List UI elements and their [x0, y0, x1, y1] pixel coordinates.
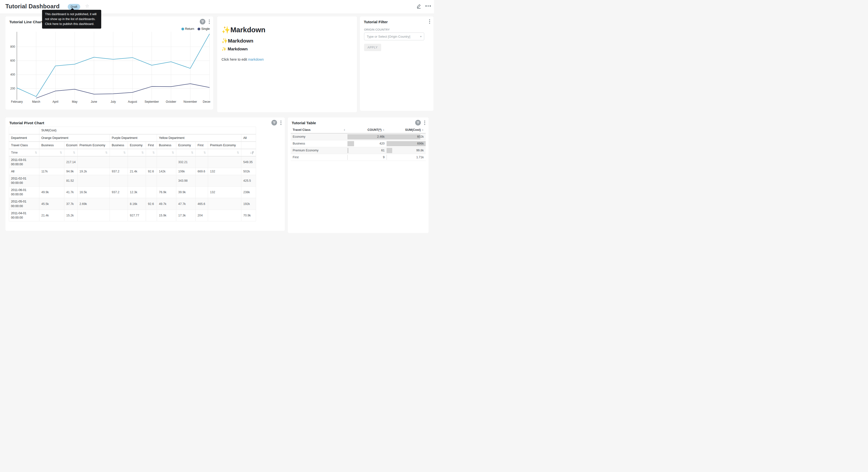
pivot-cell: 549.35: [241, 156, 256, 168]
x-axis-label: August: [128, 100, 137, 104]
table-row[interactable]: First91.71k: [291, 154, 426, 161]
pivot-cell: 669.6: [196, 168, 208, 175]
chart-menu-icon[interactable]: [429, 19, 431, 24]
column-header-inner: Travel Class⇕: [293, 128, 345, 131]
applied-filters-icon[interactable]: [415, 120, 421, 125]
pivot-sortcell: ⇅: [159, 151, 174, 154]
pivot-class-row: Travel ClassBusinessEconomyPremium Econo…: [9, 142, 256, 149]
panel-title: Tutorial Line Chart: [9, 20, 43, 24]
table-row[interactable]: Premium Economy6199.8k: [291, 147, 426, 154]
origin-country-select[interactable]: Type or Select [Origin Country] ▾: [364, 32, 424, 40]
pivot-row-label: 2011-06-01 00:00:00: [9, 186, 39, 198]
sort-icon[interactable]: ⇅: [105, 151, 107, 154]
pivot-sortcell: ⇅: [41, 151, 62, 154]
sort-descending-icon[interactable]: ↓: [243, 151, 254, 154]
pivot-sort-row: Time⇅⇅⇅⇅⇅⇅⇅⇅⇅⇅⇅↓: [9, 149, 256, 156]
x-axis-label: September: [145, 100, 159, 104]
cell-travel-class: Premium Economy: [291, 147, 347, 154]
cell-count: 61: [347, 147, 386, 154]
pivot-sortcell: ⇅: [112, 151, 126, 154]
pivot-cell: [196, 156, 208, 168]
table-row[interactable]: Economy2.46k602k: [291, 133, 426, 140]
cell-sum: 1.71k: [386, 154, 426, 161]
sort-icon[interactable]: ⇅: [73, 151, 75, 154]
pivot-group-header: All: [241, 134, 256, 142]
pivot-class-header: Economy: [176, 142, 196, 149]
series-line-single[interactable]: [36, 84, 210, 98]
legend-dot: [197, 28, 200, 30]
table-panel: Tutorial Table Travel Class⇕COUNT(*)⇕SUM…: [288, 117, 429, 233]
chart-menu-icon[interactable]: [280, 120, 282, 125]
pivot-dim-label: Travel Class: [9, 142, 39, 149]
y-axis-label: 600: [10, 59, 15, 62]
chart-menu-icon[interactable]: [208, 19, 210, 25]
favorite-star-icon[interactable]: ☆: [85, 3, 89, 9]
pivot-row: 2011-03-01 00:00:00217.14332.21549.35: [9, 156, 256, 168]
sort-icon[interactable]: ⇅: [141, 151, 144, 154]
line-chart[interactable]: FebruaryMarchAprilMayJuneJulyAugustSepte…: [7, 30, 210, 109]
pivot-class-header: Premium Economy: [78, 142, 110, 149]
sort-icon[interactable]: ⇅: [172, 151, 174, 154]
pivot-row-label: All: [9, 168, 39, 175]
cell-bar: [347, 141, 354, 146]
pivot-class-header: Business: [157, 142, 176, 149]
pivot-cell: 45.5k: [39, 198, 64, 210]
sort-icon[interactable]: ⇕: [343, 129, 345, 131]
pivot-time-header: Time⇅: [9, 149, 39, 156]
sort-icon[interactable]: ⇅: [237, 151, 239, 154]
sort-icon[interactable]: ⇅: [191, 151, 193, 154]
sort-icon[interactable]: ⇅: [35, 151, 37, 154]
pivot-table-grid: SUM(Cost)DepartmentOrange DepartmentPurp…: [9, 127, 256, 221]
cell-value: 99.8k: [416, 149, 424, 152]
edit-dashboard-icon[interactable]: [416, 3, 422, 9]
cell-value: 9: [383, 155, 384, 159]
travel-class-table: Travel Class⇕COUNT(*)⇕SUM(Cost)⇕Economy2…: [291, 127, 426, 161]
pivot-dim-label: Department: [9, 134, 39, 142]
cell-bar: [386, 148, 392, 153]
sort-icon[interactable]: ⇕: [383, 129, 384, 131]
pivot-cell: 192k: [241, 198, 256, 210]
column-header-travel-class[interactable]: Travel Class⇕: [291, 127, 347, 133]
pivot-cell: [39, 175, 64, 186]
pivot-cell: [146, 186, 157, 198]
pivot-sort-cell: ⇅: [78, 149, 110, 156]
apply-button[interactable]: APPLY: [364, 44, 381, 51]
cell-value: 61: [381, 149, 384, 152]
pivot-sort-cell: ⇅: [110, 149, 128, 156]
column-header-sum-cost[interactable]: SUM(Cost)⇕: [386, 127, 426, 133]
cell-value: 420: [379, 142, 384, 145]
sort-icon[interactable]: ⇅: [204, 151, 206, 154]
pivot-sortcell: ⇅: [148, 151, 155, 154]
more-options-icon[interactable]: [426, 5, 431, 7]
sort-icon[interactable]: ⇅: [152, 151, 155, 154]
data-table: Travel Class⇕COUNT(*)⇕SUM(Cost)⇕Economy2…: [291, 127, 426, 161]
sort-icon[interactable]: ⇕: [422, 129, 424, 131]
applied-filters-icon[interactable]: [200, 19, 206, 25]
applied-filters-icon[interactable]: [271, 120, 277, 125]
table-row[interactable]: Business420696k: [291, 140, 426, 147]
tooltip-line: not show up in the list of dashboards.: [45, 17, 98, 22]
cell-count: 2.46k: [347, 133, 386, 140]
pivot-class-header: Economy: [128, 142, 146, 149]
pivot-row: 2011-05-01 00:00:0045.5k37.7k2.69k8.16k9…: [9, 198, 256, 210]
line-chart-panel: Tutorial Line Chart ReturnSingle Februar…: [5, 17, 213, 110]
draft-badge[interactable]: Draft: [68, 4, 80, 10]
sort-icon[interactable]: ⇅: [60, 151, 62, 154]
pivot-row: 2011-02-01 00:00:0081.52343.98425.5: [9, 175, 256, 186]
pivot-cell: 927.77: [128, 210, 146, 221]
x-axis-label: March: [32, 100, 40, 104]
pivot-row-label: 2011-03-01 00:00:00: [9, 156, 39, 168]
column-header-label: Travel Class: [293, 128, 311, 131]
pivot-class-header: Business: [110, 142, 128, 149]
markdown-edit-link[interactable]: markdown: [248, 57, 264, 61]
markdown-panel: ✨Markdown ✨Markdown ✨ Markdown Click her…: [217, 17, 357, 112]
chart-menu-icon[interactable]: [424, 120, 426, 125]
pivot-sort-cell: ⇅: [146, 149, 157, 156]
cell-value: 696k: [417, 142, 424, 145]
sort-icon[interactable]: ⇅: [123, 151, 126, 154]
pivot-sort-cell: ⇅: [196, 149, 208, 156]
column-header-count[interactable]: COUNT(*)⇕: [347, 127, 386, 133]
pivot-time-label: Time: [11, 151, 18, 154]
pivot-cell: 117k: [39, 168, 64, 175]
pivot-class-header: Economy: [64, 142, 78, 149]
